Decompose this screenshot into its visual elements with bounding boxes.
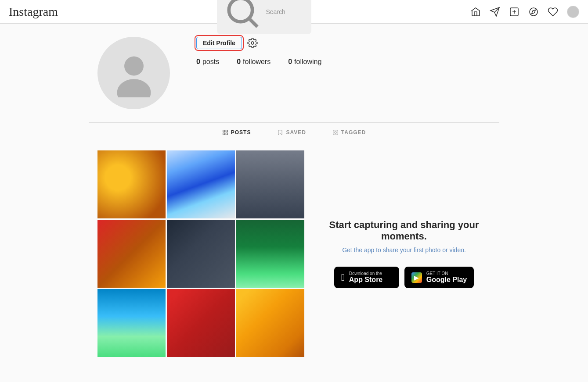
- svg-rect-14: [333, 130, 338, 135]
- photo-cell[interactable]: [236, 220, 304, 288]
- profile-actions: Edit Profile: [196, 37, 491, 49]
- googleplay-text: GET IT ON Google Play: [426, 271, 467, 284]
- svg-line-1: [250, 19, 257, 27]
- tab-posts-label: POSTS: [231, 129, 251, 136]
- search-wrap: [67, 0, 462, 34]
- photo-cell[interactable]: [97, 150, 166, 218]
- appstore-main: App Store: [349, 276, 382, 284]
- followers-label: followers: [243, 58, 271, 66]
- app-buttons:  Download on the App Store ▶ GET IT ON …: [334, 267, 474, 288]
- appstore-button[interactable]:  Download on the App Store: [334, 267, 399, 288]
- content-area: Start capturing and sharing your moments…: [89, 142, 499, 366]
- svg-point-7: [124, 56, 144, 75]
- followers-count: 0: [237, 58, 241, 66]
- svg-rect-13: [226, 133, 227, 135]
- search-bar[interactable]: [217, 0, 311, 34]
- instagram-logo: Instagram: [9, 5, 58, 19]
- promo-section: Start capturing and sharing your moments…: [317, 150, 491, 357]
- profile-tabs: POSTS SAVED TAGGED: [89, 123, 499, 142]
- posts-count: 0: [196, 58, 200, 66]
- tab-posts[interactable]: POSTS: [222, 123, 251, 142]
- search-icon: [222, 0, 263, 32]
- profile-avatar-nav[interactable]: [567, 6, 579, 18]
- promo-heading: Start capturing and sharing your moments…: [326, 219, 482, 242]
- svg-point-0: [229, 0, 252, 21]
- profile-info: Edit Profile 0 posts 0 followers 0 follo…: [196, 37, 491, 73]
- heart-icon[interactable]: [548, 7, 558, 17]
- avatar-silhouette: [110, 49, 158, 97]
- googleplay-main: Google Play: [426, 276, 467, 284]
- svg-point-15: [335, 132, 337, 134]
- svg-point-9: [251, 42, 254, 44]
- posts-stat: 0 posts: [196, 58, 219, 66]
- avatar-wrap: [97, 37, 170, 109]
- photo-cell[interactable]: [167, 289, 235, 357]
- svg-rect-10: [223, 130, 224, 132]
- appstore-text: Download on the App Store: [349, 271, 382, 284]
- photo-cell[interactable]: [97, 220, 166, 288]
- tag-icon: [332, 129, 339, 136]
- search-input[interactable]: [266, 8, 306, 15]
- following-label: following: [294, 58, 321, 66]
- grid-icon: [222, 129, 228, 136]
- photo-cell[interactable]: [236, 289, 304, 357]
- svg-point-5: [530, 8, 537, 16]
- profile-section: Edit Profile 0 posts 0 followers 0 follo…: [89, 37, 499, 109]
- svg-marker-6: [532, 10, 535, 13]
- home-icon[interactable]: [470, 7, 481, 17]
- send-icon[interactable]: [490, 7, 500, 17]
- svg-rect-12: [223, 133, 224, 135]
- tab-tagged-label: TAGGED: [341, 129, 366, 136]
- googleplay-sub: GET IT ON: [426, 271, 467, 276]
- google-play-icon: ▶: [411, 272, 422, 283]
- photo-grid: [97, 150, 304, 357]
- explore-icon[interactable]: [528, 7, 539, 17]
- photo-cell[interactable]: [167, 220, 235, 288]
- followers-stat[interactable]: 0 followers: [237, 58, 271, 66]
- apple-icon: : [341, 272, 345, 283]
- tab-tagged[interactable]: TAGGED: [332, 123, 366, 142]
- posts-label: posts: [202, 58, 219, 66]
- edit-profile-button[interactable]: Edit Profile: [196, 37, 242, 49]
- settings-button[interactable]: [247, 38, 258, 48]
- photo-cell[interactable]: [236, 150, 304, 218]
- googleplay-button[interactable]: ▶ GET IT ON Google Play: [404, 267, 474, 288]
- following-stat[interactable]: 0 following: [288, 58, 321, 66]
- bookmark-icon: [277, 129, 283, 136]
- photo-cell[interactable]: [97, 289, 166, 357]
- following-count: 0: [288, 58, 292, 66]
- tab-saved-label: SAVED: [286, 129, 306, 136]
- add-icon[interactable]: [509, 7, 519, 17]
- gear-icon: [247, 38, 258, 48]
- svg-point-8: [117, 79, 151, 97]
- photo-cell[interactable]: [167, 150, 235, 218]
- promo-subtext: Get the app to share your first photo or…: [342, 246, 466, 253]
- profile-avatar: [97, 37, 170, 109]
- header-nav: [470, 6, 579, 18]
- tab-saved[interactable]: SAVED: [277, 123, 306, 142]
- profile-stats: 0 posts 0 followers 0 following: [196, 58, 491, 66]
- header: Instagram: [0, 0, 588, 24]
- appstore-sub: Download on the: [349, 271, 382, 276]
- svg-rect-11: [226, 130, 227, 132]
